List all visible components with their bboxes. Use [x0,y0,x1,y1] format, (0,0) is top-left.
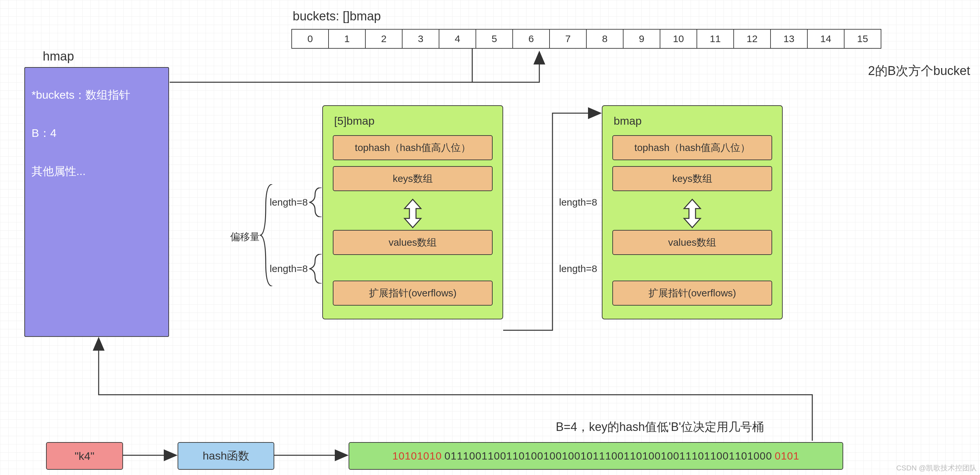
bucket-cell-10: 10 [660,29,697,49]
buckets-array: 0123456789101112131415 [291,29,881,49]
bucket-cell-0: 0 [291,29,329,49]
hash-fn-box: hash函数 [178,442,274,470]
bucket-cell-5: 5 [476,29,513,49]
bucket-cell-7: 7 [550,29,587,49]
bmap-left-tophash: tophash（hash值高八位） [333,135,493,160]
brace-icon [260,184,273,286]
buckets-label: buckets: []bmap [293,9,381,23]
updown-arrow-icon [681,199,704,228]
bmap-right-tophash: tophash（hash值高八位） [612,135,772,160]
bucket-cell-14: 14 [808,29,845,49]
hmap-buckets-ptr: *buckets：数组指针 [32,88,162,103]
bmap-left-keys: keys数组 [333,166,493,191]
hmap-other: 其他属性... [32,164,162,179]
bmap-right-keys: keys数组 [612,166,772,191]
bucket-cell-1: 1 [329,29,366,49]
hmap-b: B：4 [32,126,162,141]
hash-low-bits: 0101 [775,450,799,462]
bucket-cell-13: 13 [771,29,808,49]
bucket-cell-4: 4 [439,29,476,49]
bucket-cell-2: 2 [366,29,402,49]
bmap-left-offset: 偏移量 [230,230,260,244]
hmap-box: *buckets：数组指针 B：4 其他属性... [24,67,169,337]
hmap-title: hmap [43,49,74,64]
bmap-right-len-keys: length=8 [559,197,597,208]
buckets-count-note: 2的B次方个bucket [868,62,970,79]
bucket-cell-8: 8 [587,29,624,49]
bucket-cell-15: 15 [845,29,881,49]
bmap-left-overflow: 扩展指针(overflows) [333,281,493,306]
brace-icon [309,254,322,284]
bucket-cell-11: 11 [697,29,734,49]
bmap-right: bmap tophash（hash值高八位） keys数组 values数组 扩… [602,105,783,319]
brace-icon [309,188,322,217]
bmap-left-len-keys: length=8 [270,197,308,208]
b-rule-note: B=4，key的hash值低'B'位决定用几号桶 [556,419,764,435]
bmap-left-title: [5]bmap [334,115,493,127]
bucket-cell-12: 12 [734,29,771,49]
key-literal-box: "k4" [46,442,123,470]
bmap-right-overflow: 扩展指针(overflows) [612,281,772,306]
bucket-cell-6: 6 [513,29,550,49]
bmap-right-len-values: length=8 [559,263,597,274]
hash-mid-bits: 0111001100110100100100101110011010010011… [444,450,772,462]
bmap-right-values: values数组 [612,230,772,255]
hash-bits-box: 10101010 0111001100110100100100101110011… [348,442,843,470]
hash-high-bits: 10101010 [392,450,442,462]
bmap-left-values: values数组 [333,230,493,255]
bmap-right-title: bmap [614,115,772,127]
watermark: CSDN @凯歌技术控团队 [896,463,977,473]
bucket-cell-9: 9 [624,29,660,49]
updown-arrow-icon [401,199,424,228]
bucket-cell-3: 3 [402,29,439,49]
bmap-left: [5]bmap tophash（hash值高八位） keys数组 values数… [322,105,503,319]
bmap-left-len-values: length=8 [270,263,308,274]
